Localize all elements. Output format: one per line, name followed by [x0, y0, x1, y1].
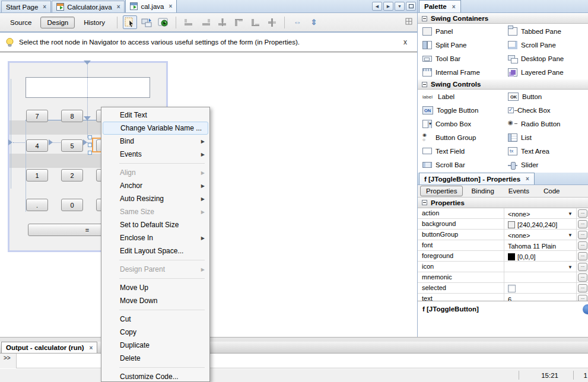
menu-item[interactable]: Move Up	[101, 281, 209, 294]
tab-close-icon[interactable]: ×	[450, 4, 456, 10]
collapse-icon[interactable]	[422, 82, 427, 87]
menu-item[interactable]: Design Parent ▶	[101, 263, 209, 276]
palette-item[interactable]: Button	[503, 90, 588, 103]
calc-button[interactable]: .	[26, 199, 48, 211]
property-row[interactable]: icon ...	[418, 262, 588, 272]
menu-item[interactable]	[119, 276, 207, 281]
editor-tab[interactable]: Start Page ×	[1, 1, 51, 12]
menu-item[interactable]: Bind ▶	[101, 135, 209, 148]
tab-close-icon[interactable]: ×	[115, 4, 120, 10]
menu-item[interactable]: Same Size ▶	[101, 205, 209, 218]
property-value[interactable]: [0,0,0]	[504, 251, 577, 261]
tab-close-icon[interactable]: ×	[167, 3, 172, 9]
palette-item[interactable]: Radio Button	[503, 117, 588, 130]
align-top-button[interactable]	[231, 15, 246, 29]
calc-button[interactable]: 7	[26, 110, 48, 122]
align-right-button[interactable]	[198, 15, 212, 29]
palette-item[interactable]: Button Group	[418, 130, 503, 144]
menu-item[interactable]	[119, 161, 207, 166]
palette-item[interactable]: Check Box	[503, 103, 588, 117]
property-row[interactable]: action <none> ...	[418, 208, 588, 219]
swing-controls-header[interactable]: Swing Controls	[418, 79, 588, 90]
property-row[interactable]: text 6 ...	[418, 294, 588, 301]
property-editor-button[interactable]: ...	[578, 231, 587, 239]
help-info-icon[interactable]	[583, 304, 588, 314]
calc-button[interactable]: 5	[61, 139, 83, 152]
menu-item[interactable]: Duplicate	[101, 339, 209, 352]
align-bottom-button[interactable]	[248, 15, 262, 29]
tab-scroll-right-button[interactable]: ▶	[383, 2, 393, 11]
property-editor-button[interactable]: ...	[578, 273, 587, 282]
palette-item[interactable]: Label	[418, 90, 503, 103]
property-row[interactable]: buttonGroup <none> ...	[418, 230, 588, 240]
tab-close-icon[interactable]: ×	[41, 4, 46, 10]
palette-item[interactable]: Internal Frame	[418, 65, 503, 79]
palette-item[interactable]: Toggle Button	[418, 103, 503, 117]
menu-item[interactable]: Edit Text	[101, 109, 209, 122]
calc-button[interactable]: 1	[26, 169, 48, 182]
properties-category-tab[interactable]: Binding	[465, 186, 500, 196]
palette-item[interactable]: Slider	[503, 158, 588, 171]
property-value[interactable]: Tahoma 11 Plain	[504, 240, 577, 250]
horizontal-splitter[interactable]	[0, 337, 588, 342]
property-editor-button[interactable]: ...	[578, 220, 587, 228]
resize-handle[interactable]	[88, 143, 92, 147]
maximize-window-button[interactable]	[406, 2, 416, 11]
editor-tab[interactable]: Calculator.java ×	[52, 1, 125, 12]
menu-item[interactable]: Edit Layout Space...	[101, 244, 209, 257]
tab-close-icon[interactable]: ×	[524, 176, 529, 182]
property-row[interactable]: selected ...	[418, 283, 588, 294]
properties-category-tab[interactable]: Code	[538, 186, 566, 196]
calculator-display-field[interactable]	[26, 77, 150, 98]
property-value[interactable]: [240,240,240]	[504, 219, 577, 229]
property-row[interactable]: foreground [0,0,0] ...	[418, 251, 588, 262]
menu-item[interactable]	[119, 365, 207, 370]
horizontal-resizability-button[interactable]: ⇔	[290, 15, 304, 29]
calc-button[interactable]: 4	[26, 139, 48, 152]
tab-close-icon[interactable]: ×	[88, 345, 93, 351]
property-value[interactable]: 6	[504, 294, 577, 301]
menu-item[interactable]: Events ▶	[101, 148, 209, 161]
property-editor-button[interactable]: ...	[578, 284, 587, 292]
calc-button[interactable]: 0	[61, 199, 83, 211]
menu-item[interactable]: Change Variable Name ...	[103, 122, 208, 135]
palette-item[interactable]: Scroll Bar	[418, 158, 503, 171]
property-editor-button[interactable]: ...	[578, 252, 587, 260]
palette-item[interactable]: Combo Box	[418, 117, 503, 130]
property-editor-button[interactable]: ...	[578, 295, 587, 301]
center-horizontal-button[interactable]	[215, 15, 229, 29]
menu-item[interactable]: Enclose In ▶	[101, 231, 209, 244]
calc-button[interactable]: 8	[61, 110, 83, 122]
view-toggle-button[interactable]: History	[77, 17, 112, 28]
output-expand-button[interactable]: >>	[0, 354, 17, 368]
property-value[interactable]: <none>	[504, 230, 577, 240]
menu-item[interactable]: Anchor ▶	[101, 179, 209, 192]
palette-item[interactable]: Scroll Pane	[503, 38, 588, 52]
property-editor-button[interactable]: ...	[578, 241, 587, 250]
output-console[interactable]: >>	[0, 354, 588, 368]
menu-item[interactable]: Align ▶	[101, 166, 209, 179]
center-vertical-button[interactable]	[265, 15, 279, 29]
properties-window-tab[interactable]: f [JToggleButton] - Properties ×	[419, 173, 535, 184]
palette-item[interactable]: Text Field	[418, 144, 503, 158]
menu-item[interactable]: Customize Code...	[101, 370, 209, 382]
vertical-resizability-button[interactable]: ⇕	[307, 15, 321, 29]
tab-scroll-left-button[interactable]: ◀	[372, 2, 382, 11]
property-editor-button[interactable]: ...	[578, 209, 587, 218]
properties-category-tab[interactable]: Events	[503, 186, 535, 196]
output-window-tab[interactable]: Output - calculator (run) ×	[1, 342, 97, 353]
hint-close-icon[interactable]: x	[403, 38, 412, 46]
menu-item[interactable]: Cut	[101, 313, 209, 326]
palette-item[interactable]: Layered Pane	[503, 65, 588, 79]
property-editor-button[interactable]: ...	[578, 263, 587, 271]
palette-item[interactable]: List	[503, 130, 588, 144]
properties-category-tab[interactable]: Properties	[420, 186, 463, 196]
collapse-icon[interactable]	[422, 200, 427, 205]
property-value[interactable]: <none>	[504, 208, 577, 218]
palette-window-tab[interactable]: Palette ×	[419, 0, 461, 12]
menu-item[interactable]: Delete	[101, 352, 209, 365]
selection-mode-button[interactable]	[123, 15, 137, 29]
editor-tab[interactable]: cal.java ×	[125, 0, 177, 12]
align-left-button[interactable]	[182, 15, 196, 29]
tab-list-dropdown-button[interactable]: ▼	[395, 2, 405, 11]
